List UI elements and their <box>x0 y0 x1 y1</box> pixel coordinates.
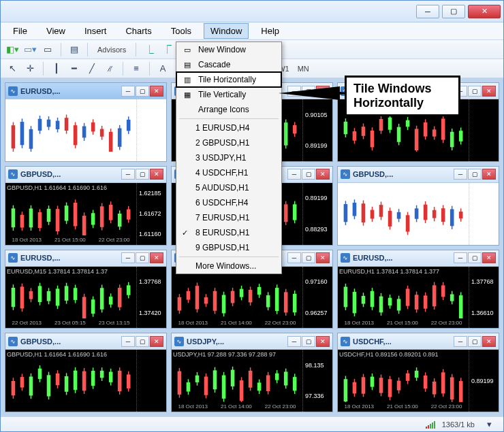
timeframe-mn[interactable]: MN <box>294 63 313 74</box>
chart-minimize[interactable]: ─ <box>121 336 135 347</box>
chart-body[interactable]: EURUSD,M15 1.37814 1.37814 1.371.377681.… <box>5 267 166 329</box>
window-list-item[interactable]: 3 USDJPY,H1 <box>176 150 281 165</box>
chart-window[interactable]: ∿EURUSD,...─▢✕EURUSD,M15 1.37814 1.37814… <box>5 250 167 329</box>
chart-maximize[interactable]: ▢ <box>468 252 482 263</box>
menu-item-tile-horizontally[interactable]: ▥Tile Horizontally <box>176 72 281 87</box>
window-list-item[interactable]: 4 USDCHF,H1 <box>176 165 281 180</box>
chart-maximize[interactable]: ▢ <box>136 252 149 263</box>
text-icon[interactable]: A <box>155 62 170 76</box>
chart-minimize[interactable]: ─ <box>287 169 301 180</box>
indicator1-icon[interactable]: ⎿ <box>142 43 157 56</box>
chart-body[interactable]: USDJPY,H1 97.288 97.336 97.288 9798.1359… <box>172 350 332 412</box>
chart-body[interactable]: 0.971600.9625718 Oct 201321 Oct 14:0022 … <box>172 267 332 329</box>
chart-minimize[interactable]: ─ <box>454 252 467 263</box>
y-axis: 1.621851.616721.61160 <box>136 183 165 245</box>
chart-body[interactable] <box>5 99 166 161</box>
chart-close[interactable]: ✕ <box>482 86 496 97</box>
chart-titlebar[interactable]: ∿GBPUSD,...─▢✕ <box>5 333 166 350</box>
profiles-icon[interactable]: ▭▾ <box>22 43 37 56</box>
window-list-item[interactable]: 2 GBPUSD,H1 <box>176 135 281 150</box>
chart-titlebar[interactable]: ∿GBPUSD,...─▢✕ <box>338 167 499 183</box>
chart-titlebar[interactable]: ∿GBPUSD,...─▢✕ <box>5 167 166 183</box>
window-list-item[interactable]: ✓8 EURUSD,H1 <box>176 225 281 240</box>
window-list-item[interactable]: 9 GBPUSD,H1 <box>176 240 281 255</box>
chart-close[interactable]: ✕ <box>150 86 163 97</box>
menu-item-arrange-icons[interactable]: Arrange Icons <box>176 102 281 117</box>
window-list-item[interactable]: 1 EURUSD,H4 <box>176 120 281 135</box>
chart-titlebar[interactable]: ∿EURUSD,...─▢✕ <box>5 83 166 99</box>
chart-maximize[interactable]: ▢ <box>136 336 149 347</box>
chart-titlebar[interactable]: ∿USDJPY,...─▢✕ <box>172 333 332 350</box>
chart-close[interactable]: ✕ <box>150 336 163 347</box>
chart-body[interactable]: GBPUSD,H1 1.61664 1.61690 1.6161.621851.… <box>5 183 166 245</box>
chart-window[interactable]: ∿USDCHF,...─▢✕USDCHF,H1 0.89156 0.89201 … <box>337 333 499 412</box>
menu-view[interactable]: View <box>40 23 72 39</box>
chart-maximize[interactable]: ▢ <box>468 169 482 180</box>
doc-icon[interactable]: ▤ <box>67 43 82 56</box>
chart-window[interactable]: ∿GBPUSD,...─▢✕GBPUSD,H1 1.61664 1.61690 … <box>5 333 167 412</box>
trendline-icon[interactable]: ╱ <box>84 62 99 76</box>
maximize-button[interactable]: ▢ <box>442 5 465 18</box>
chart-maximize[interactable]: ▢ <box>468 86 482 97</box>
chart-titlebar[interactable]: ∿USDCHF,...─▢✕ <box>338 333 499 350</box>
vline-icon[interactable]: ┃ <box>49 62 64 76</box>
chart-close[interactable]: ✕ <box>316 252 330 263</box>
chart-body[interactable]: EURUSD,H1 1.37814 1.37814 1.3771.377681.… <box>338 267 499 329</box>
menu-item-tile-vertically[interactable]: ▦Tile Vertically <box>176 87 281 102</box>
chart-minimize[interactable]: ─ <box>287 252 301 263</box>
chart-close[interactable]: ✕ <box>150 252 163 263</box>
window-list-item[interactable]: 5 AUDUSD,H1 <box>176 180 281 195</box>
indicator2-icon[interactable]: ⎾ <box>159 43 174 56</box>
chart-minimize[interactable]: ─ <box>121 169 135 180</box>
menu-charts[interactable]: Charts <box>119 23 158 39</box>
menu-insert[interactable]: Insert <box>78 23 114 39</box>
more-windows[interactable]: More Windows... <box>176 259 281 273</box>
crosshair-icon[interactable]: ✛ <box>22 62 37 76</box>
chart-minimize[interactable]: ─ <box>121 252 135 263</box>
chart-maximize[interactable]: ▢ <box>136 169 149 180</box>
chart-close[interactable]: ✕ <box>482 169 496 180</box>
chart-close[interactable]: ✕ <box>482 336 496 347</box>
chart-window[interactable]: ∿EURUSD,...─▢✕EURUSD,H1 1.37814 1.37814 … <box>337 250 499 329</box>
fibo-icon[interactable]: ≡ <box>129 62 144 76</box>
menu-window[interactable]: Window <box>204 23 249 39</box>
chart-minimize[interactable]: ─ <box>287 336 301 347</box>
chart-close[interactable]: ✕ <box>150 169 163 180</box>
hline-icon[interactable]: ━ <box>67 62 82 76</box>
chart-minimize[interactable]: ─ <box>454 336 467 347</box>
chart-close[interactable]: ✕ <box>316 169 330 180</box>
cursor-icon[interactable]: ↖ <box>5 62 20 76</box>
chart-window[interactable]: ∿GBPUSD,...─▢✕ <box>337 166 499 246</box>
status-menu-icon[interactable]: ▾ <box>482 418 497 431</box>
menu-item-new-window[interactable]: ▭New Window <box>176 42 281 57</box>
menu-help[interactable]: Help <box>254 23 286 39</box>
chart-body[interactable] <box>338 183 499 245</box>
window-icon[interactable]: ▭ <box>40 43 55 56</box>
chart-maximize[interactable]: ▢ <box>302 169 315 180</box>
new-icon[interactable]: ◧▾ <box>5 43 20 56</box>
chart-body[interactable]: GBPUSD,H1 1.61664 1.61690 1.616 <box>5 350 166 412</box>
chart-titlebar[interactable]: ∿EURUSD,...─▢✕ <box>338 250 499 267</box>
chart-maximize[interactable]: ▢ <box>136 86 149 97</box>
chart-body[interactable]: USDCHF,H1 0.89156 0.89201 0.8910.8919918… <box>338 350 499 412</box>
menu-item-cascade[interactable]: ▤Cascade <box>176 57 281 72</box>
chart-minimize[interactable]: ─ <box>121 86 135 97</box>
minimize-button[interactable]: ─ <box>416 5 439 18</box>
chart-maximize[interactable]: ▢ <box>468 336 482 347</box>
chart-minimize[interactable]: ─ <box>454 169 467 180</box>
advisors-label[interactable]: Advisors <box>93 44 130 55</box>
menu-file[interactable]: File <box>6 23 34 39</box>
channel-icon[interactable]: ⫽ <box>102 62 117 76</box>
chart-close[interactable]: ✕ <box>316 336 330 347</box>
close-button[interactable]: ✕ <box>468 5 501 18</box>
chart-window[interactable]: ∿USDJPY,...─▢✕USDJPY,H1 97.288 97.336 97… <box>171 333 333 412</box>
chart-window[interactable]: ∿GBPUSD,...─▢✕GBPUSD,H1 1.61664 1.61690 … <box>5 166 167 246</box>
chart-window[interactable]: ∿EURUSD,...─▢✕ <box>5 82 167 162</box>
chart-maximize[interactable]: ▢ <box>302 336 315 347</box>
window-list-item[interactable]: 7 EURUSD,H1 <box>176 210 281 225</box>
window-list-item[interactable]: 6 USDCHF,H4 <box>176 195 281 210</box>
menu-tools[interactable]: Tools <box>164 23 198 39</box>
chart-titlebar[interactable]: ∿EURUSD,...─▢✕ <box>5 250 166 267</box>
chart-close[interactable]: ✕ <box>482 252 496 263</box>
chart-maximize[interactable]: ▢ <box>302 252 315 263</box>
